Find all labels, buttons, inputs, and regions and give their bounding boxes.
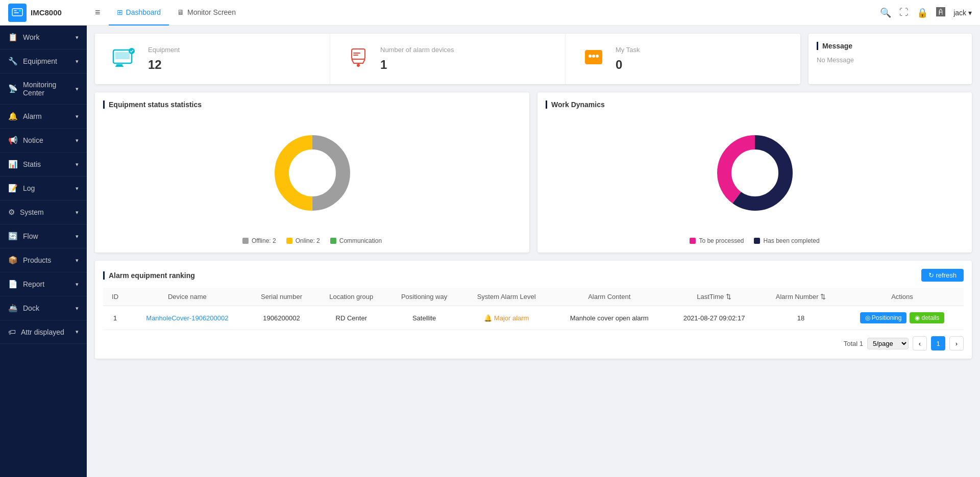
stats-panel: Equipment 12 xyxy=(95,34,800,84)
monitor-icon: 🖥 xyxy=(177,8,184,16)
lock-icon[interactable]: 🔒 xyxy=(917,7,928,18)
tab-monitor-screen[interactable]: 🖥 Monitor Screen xyxy=(169,0,244,26)
chevron-down-icon: ▾ xyxy=(76,86,79,92)
equipment-icon: 🔧 xyxy=(8,57,18,66)
sidebar-item-system[interactable]: ⚙ System ▾ xyxy=(0,200,87,224)
sidebar-item-flow[interactable]: 🔄 Flow ▾ xyxy=(0,224,87,248)
user-menu[interactable]: jack ▾ xyxy=(953,9,972,17)
work-donut xyxy=(709,127,801,219)
monitoring-icon: 📡 xyxy=(8,84,18,93)
stat-equipment-value: 12 xyxy=(148,58,180,72)
sort-icon: ⇅ xyxy=(726,293,731,300)
eye-icon: ◉ xyxy=(915,314,920,321)
sidebar-item-work[interactable]: 📋 Work ▾ xyxy=(0,26,87,49)
search-icon[interactable]: 🔍 xyxy=(880,7,891,18)
svg-rect-7 xyxy=(352,49,365,59)
svg-point-10 xyxy=(589,55,592,58)
target-icon: ◎ xyxy=(865,314,870,321)
sidebar-item-products[interactable]: 📦 Products ▾ xyxy=(0,248,87,272)
col-alarm-level: System Alarm Level xyxy=(461,288,552,306)
chevron-down-icon: ▾ xyxy=(76,161,79,168)
sidebar-item-alarm[interactable]: 🔔 Alarm ▾ xyxy=(0,105,87,129)
col-id: ID xyxy=(103,288,127,306)
completed-dot xyxy=(754,238,760,244)
refresh-button[interactable]: ↻ refresh xyxy=(921,269,964,282)
cell-alarm-content: Manhole cover open alarm xyxy=(552,306,667,330)
flow-icon: 🔄 xyxy=(8,232,18,241)
positioning-button[interactable]: ◎ Positioning xyxy=(860,312,907,323)
stat-task-value: 0 xyxy=(616,58,640,72)
equipment-status-chart-area: Offline: 2 Online: 2 Communication xyxy=(103,117,521,244)
sidebar-item-attr-displayed[interactable]: 🏷 Attr displayed ▾ xyxy=(0,320,87,344)
chevron-down-icon: ▾ xyxy=(76,185,79,192)
sidebar-item-dock[interactable]: 🚢 Dock ▾ xyxy=(0,296,87,320)
dock-icon: 🚢 xyxy=(8,304,18,313)
sidebar-item-log[interactable]: 📝 Log ▾ xyxy=(0,177,87,200)
message-content: No Message xyxy=(817,56,964,64)
products-icon: 📦 xyxy=(8,256,18,265)
chevron-down-icon: ▾ xyxy=(76,34,79,41)
chevron-down-icon: ▾ xyxy=(76,58,79,65)
work-dynamics-title: Work Dynamics xyxy=(546,101,964,109)
cell-alarm-level: 🔔 Major alarm xyxy=(461,306,552,330)
col-device-name: Device name xyxy=(127,288,248,306)
svg-point-1 xyxy=(19,10,21,12)
device-name-link[interactable]: ManholeCover-1906200002 xyxy=(146,314,228,322)
alarm-icon: 🔔 xyxy=(8,112,18,121)
notice-icon: 📢 xyxy=(8,136,18,145)
logo-icon xyxy=(8,4,27,22)
alarm-table-header: Alarm equipment ranking ↻ refresh xyxy=(103,269,964,282)
work-icon: 📋 xyxy=(8,33,18,42)
fullscreen-icon[interactable]: ⛶ xyxy=(899,7,909,18)
cell-device-name: ManholeCover-1906200002 xyxy=(127,306,248,330)
alarm-table: ID Device name Serial number Location gr… xyxy=(103,288,964,330)
col-location: Location group xyxy=(315,288,387,306)
alarm-table-title: Alarm equipment ranking xyxy=(103,271,195,280)
system-icon: ⚙ xyxy=(8,208,15,217)
prev-page-button[interactable]: ‹ xyxy=(913,336,927,350)
details-button[interactable]: ◉ details xyxy=(910,312,944,323)
alarm-table-section: Alarm equipment ranking ↻ refresh ID Dev… xyxy=(95,261,972,359)
alarm-stat-icon xyxy=(347,46,370,72)
notification-icon[interactable]: 🅰 xyxy=(936,7,945,18)
cell-serial: 1906200002 xyxy=(248,306,316,330)
equipment-donut xyxy=(266,127,358,219)
stat-equipment-info: Equipment 12 xyxy=(148,46,180,72)
sidebar: 📋 Work ▾ 🔧 Equipment ▾ 📡 Monitoring Cent… xyxy=(0,26,87,477)
legend-completed: Has been completed xyxy=(754,237,819,244)
next-page-button[interactable]: › xyxy=(949,336,964,350)
legend-to-process: To be processed xyxy=(690,237,744,244)
col-alarm-content: Alarm Content xyxy=(552,288,667,306)
menu-toggle[interactable]: ≡ xyxy=(95,7,101,18)
work-legend: To be processed Has been completed xyxy=(690,237,819,244)
sort-icon: ⇅ xyxy=(820,293,826,300)
topbar: IMC8000 ≡ ⊞ Dashboard 🖥 Monitor Screen 🔍… xyxy=(0,0,980,26)
col-lasttime: LastTime ⇅ xyxy=(667,288,761,306)
svg-rect-0 xyxy=(12,9,22,16)
main-content: Equipment 12 xyxy=(87,26,980,477)
work-dynamics-chart-area: To be processed Has been completed xyxy=(546,117,964,244)
sidebar-item-equipment[interactable]: 🔧 Equipment ▾ xyxy=(0,49,87,73)
cell-positioning: Satellite xyxy=(387,306,461,330)
sidebar-item-report[interactable]: 📄 Report ▾ xyxy=(0,272,87,296)
topbar-right: 🔍 ⛶ 🔒 🅰 jack ▾ xyxy=(880,7,972,18)
offline-dot xyxy=(242,238,249,244)
chevron-down-icon: ▾ xyxy=(76,281,79,288)
total-count: Total 1 xyxy=(844,340,863,347)
tab-dashboard[interactable]: ⊞ Dashboard xyxy=(109,0,169,26)
logo-text: IMC8000 xyxy=(31,8,62,17)
sidebar-item-notice[interactable]: 📢 Notice ▾ xyxy=(0,129,87,153)
alarm-bell-icon: 🔔 xyxy=(484,314,492,322)
stat-alarm-info: Number of alarm devices 1 xyxy=(380,46,454,72)
per-page-select[interactable]: 5/page 10/page 20/page xyxy=(867,338,909,349)
alarm-level-badge: 🔔 Major alarm xyxy=(484,314,529,322)
equipment-stat-icon xyxy=(111,46,138,72)
sidebar-item-monitoring-center[interactable]: 📡 Monitoring Center ▾ xyxy=(0,73,87,105)
report-icon: 📄 xyxy=(8,280,18,289)
sidebar-item-statis[interactable]: 📊 Statis ▾ xyxy=(0,153,87,177)
dashboard-icon: ⊞ xyxy=(117,8,123,16)
chevron-down-icon: ▾ xyxy=(76,305,79,312)
legend-offline: Offline: 2 xyxy=(242,237,276,244)
svg-point-12 xyxy=(596,55,599,58)
top-row: Equipment 12 xyxy=(95,34,972,84)
